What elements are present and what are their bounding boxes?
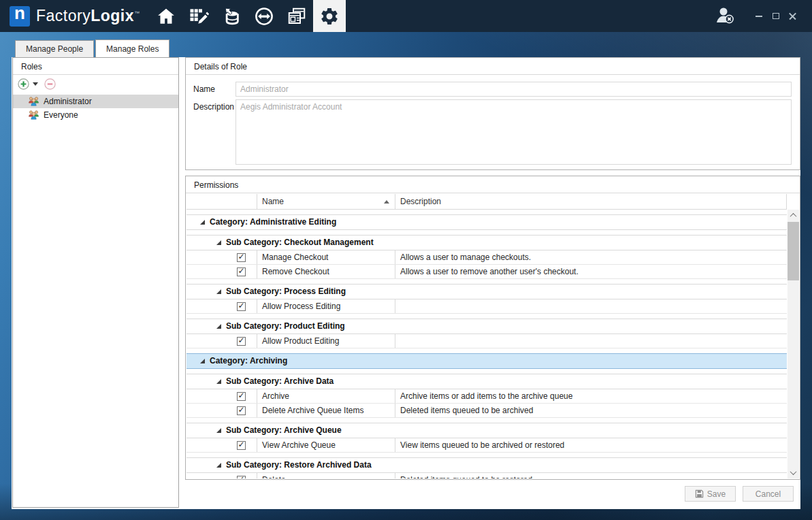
group-label: Sub Category: Archive Queue (226, 423, 342, 438)
database-import-icon[interactable] (215, 0, 248, 32)
permission-row[interactable]: Allow Process Editing Allow Process Edit… (186, 299, 787, 314)
permission-checkbox[interactable] (237, 267, 246, 276)
permission-checkbox[interactable] (237, 406, 246, 415)
group-label: Sub Category: Process Editing (226, 285, 346, 299)
grid-edit-icon[interactable] (182, 0, 215, 32)
permission-description (395, 334, 787, 348)
permission-row[interactable]: Remove Checkout Remove Checkout Allows a… (186, 265, 787, 279)
maximize-icon (773, 13, 779, 19)
roles-tree: Administrator Everyone (13, 95, 178, 122)
role-name-input[interactable] (236, 82, 792, 97)
permission-checkbox[interactable] (237, 302, 246, 311)
footer-buttons: Save Cancel (685, 486, 794, 502)
role-group-icon (28, 110, 39, 121)
app-logo: n (10, 6, 30, 27)
chevron-down-icon (790, 468, 797, 475)
permission-row[interactable]: Delete Archive Queue Items Delete Archiv… (186, 404, 787, 418)
settings-gear-icon[interactable] (313, 0, 346, 32)
column-header-name[interactable]: Name (257, 194, 395, 209)
permission-description: Allows a user to manage checkouts. (395, 250, 787, 264)
add-role-button[interactable] (18, 78, 29, 90)
role-tree-item[interactable]: Everyone (13, 108, 178, 122)
permission-row[interactable]: Category: Archiving Category: Archiving (186, 353, 787, 369)
tab[interactable]: Manage People (15, 40, 94, 57)
permission-row[interactable]: Category: Administrative Editing Categor… (186, 214, 787, 230)
save-icon (695, 489, 704, 498)
permission-checkbox[interactable] (237, 476, 246, 479)
permission-row[interactable]: Sub Category: Archive Data Sub Category:… (186, 374, 787, 389)
roles-toolbar (13, 75, 178, 93)
roles-panel-title: Roles (13, 58, 178, 75)
chevron-up-icon (790, 213, 797, 220)
group-label: Sub Category: Checkout Management (226, 235, 374, 250)
tab-bar: Manage People Manage Roles (15, 40, 171, 57)
role-label: Everyone (44, 110, 78, 120)
top-bar: n FactoryLogix™ (0, 0, 812, 32)
permission-description (395, 299, 787, 313)
permission-description: Deleted items queued to be archived (395, 404, 787, 417)
permission-name: Allow Process Editing (257, 299, 395, 313)
permission-row[interactable]: View Archive Queue View Archive Queue Vi… (186, 438, 787, 453)
permission-description: Archive items or add items to the archiv… (395, 389, 787, 403)
close-icon (789, 12, 796, 20)
permissions-scrollbar[interactable] (787, 210, 799, 478)
add-role-dropdown[interactable] (31, 82, 42, 86)
chevron-down-icon (33, 82, 38, 86)
minimize-button[interactable] (750, 9, 767, 24)
group-label: Sub Category: Restore Archived Data (226, 458, 372, 472)
role-label: Administrator (44, 97, 92, 106)
permission-row[interactable]: Sub Category: Archive Queue Sub Category… (186, 423, 787, 438)
permission-row[interactable]: Sub Category: Process Editing Sub Catego… (186, 284, 787, 299)
permission-row[interactable]: Archive Archive Archive items or add ite… (186, 389, 787, 404)
permission-row[interactable]: Sub Category: Checkout Management Sub Ca… (186, 235, 787, 250)
permission-row[interactable]: Sub Category: Restore Archived Data Sub … (186, 457, 787, 473)
expander-icon (200, 220, 205, 225)
column-header-description[interactable]: Description (395, 194, 786, 209)
expander-icon (216, 324, 221, 329)
permission-row[interactable]: Manage Checkout Manage Checkout Allows a… (186, 250, 787, 265)
permission-row[interactable]: Sub Category: Product Editing Sub Catego… (186, 319, 787, 334)
permission-description: View items queued to be archived or rest… (395, 438, 787, 452)
maximize-button[interactable] (767, 9, 784, 24)
permission-row[interactable]: Delete Delete Deleted items queued to be… (186, 473, 787, 478)
permission-name: Remove Checkout (257, 265, 395, 278)
permission-row[interactable]: Allow Product Editing Allow Product Edit… (186, 334, 787, 348)
scroll-down-button[interactable] (787, 467, 799, 478)
details-title: Details of Role (186, 58, 800, 75)
sort-ascending-icon (384, 200, 389, 204)
remove-role-button[interactable] (44, 78, 56, 90)
role-description-input[interactable]: Aegis Administrator Account (236, 99, 792, 165)
permission-description: Deleted items queued to be restored (395, 473, 787, 478)
permission-checkbox[interactable] (237, 392, 246, 401)
permission-checkbox[interactable] (237, 337, 246, 346)
role-tree-item[interactable]: Administrator (13, 95, 178, 108)
tab[interactable]: Manage Roles (95, 39, 169, 57)
window-controls (750, 9, 801, 24)
details-of-role-box: Details of Role Name Description Aegis A… (185, 57, 800, 170)
role-group-icon (28, 96, 39, 108)
scrollbar-thumb[interactable] (787, 222, 799, 280)
cancel-button[interactable]: Cancel (743, 486, 794, 502)
expander-icon (216, 289, 221, 294)
scroll-up-button[interactable] (787, 210, 799, 221)
close-button[interactable] (784, 9, 801, 24)
save-button[interactable]: Save (685, 486, 736, 502)
remove-role-icon (44, 78, 56, 90)
group-label: Category: Archiving (210, 354, 287, 368)
transfer-icon[interactable] (248, 0, 280, 32)
permission-checkbox[interactable] (237, 253, 246, 262)
user-offline-icon[interactable] (715, 6, 738, 27)
group-label: Category: Administrative Editing (210, 215, 336, 229)
description-label: Description (193, 99, 236, 112)
column-header-checkbox[interactable] (186, 194, 257, 209)
permission-description: Allows a user to remove another user's c… (395, 265, 787, 278)
permission-name: Allow Product Editing (257, 334, 395, 348)
permissions-title: Permissions (186, 176, 800, 193)
documents-icon[interactable] (280, 0, 313, 32)
topbar-right (715, 6, 812, 27)
permission-checkbox[interactable] (237, 441, 246, 450)
home-icon[interactable] (150, 0, 182, 32)
application-window: n FactoryLogix™ (0, 0, 812, 520)
expander-icon (216, 428, 221, 433)
expander-icon (216, 379, 221, 384)
